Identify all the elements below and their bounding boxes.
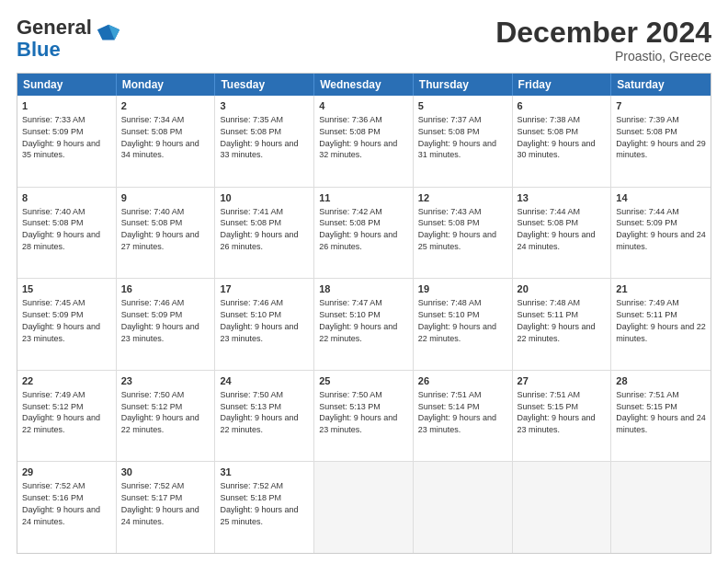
day-cell-21: 21Sunrise: 7:49 AMSunset: 5:11 PMDayligh… xyxy=(611,279,711,370)
logo: GeneralBlue xyxy=(17,17,121,61)
day-cell-31: 31Sunrise: 7:52 AMSunset: 5:18 PMDayligh… xyxy=(215,462,314,553)
day-info: Sunrise: 7:39 AMSunset: 5:08 PMDaylight:… xyxy=(616,115,706,159)
day-cell-27: 27Sunrise: 7:51 AMSunset: 5:15 PMDayligh… xyxy=(513,371,612,462)
day-info: Sunrise: 7:38 AMSunset: 5:08 PMDaylight:… xyxy=(518,115,596,159)
day-info: Sunrise: 7:34 AMSunset: 5:08 PMDaylight:… xyxy=(121,115,199,159)
day-number: 10 xyxy=(220,191,309,205)
day-number: 7 xyxy=(616,99,706,113)
day-cell-7: 7Sunrise: 7:39 AMSunset: 5:08 PMDaylight… xyxy=(611,96,711,187)
day-cell-29: 29Sunrise: 7:52 AMSunset: 5:16 PMDayligh… xyxy=(17,462,117,553)
day-number: 27 xyxy=(518,374,607,388)
calendar-body: 1Sunrise: 7:33 AMSunset: 5:09 PMDaylight… xyxy=(17,96,711,553)
day-info: Sunrise: 7:33 AMSunset: 5:09 PMDaylight:… xyxy=(22,115,100,159)
day-cell-19: 19Sunrise: 7:48 AMSunset: 5:10 PMDayligh… xyxy=(414,279,513,370)
day-number: 26 xyxy=(418,374,507,388)
day-info: Sunrise: 7:40 AMSunset: 5:08 PMDaylight:… xyxy=(121,207,199,251)
header-day-thursday: Thursday xyxy=(414,74,513,96)
day-number: 5 xyxy=(418,99,507,113)
day-cell-14: 14Sunrise: 7:44 AMSunset: 5:09 PMDayligh… xyxy=(611,188,711,279)
day-cell-15: 15Sunrise: 7:45 AMSunset: 5:09 PMDayligh… xyxy=(17,279,117,370)
day-number: 25 xyxy=(319,374,408,388)
day-number: 20 xyxy=(518,282,607,296)
day-cell-23: 23Sunrise: 7:50 AMSunset: 5:12 PMDayligh… xyxy=(117,371,216,462)
day-info: Sunrise: 7:50 AMSunset: 5:13 PMDaylight:… xyxy=(220,390,298,434)
day-info: Sunrise: 7:46 AMSunset: 5:10 PMDaylight:… xyxy=(220,298,298,342)
day-info: Sunrise: 7:52 AMSunset: 5:17 PMDaylight:… xyxy=(121,481,199,525)
day-cell-20: 20Sunrise: 7:48 AMSunset: 5:11 PMDayligh… xyxy=(513,279,612,370)
day-info: Sunrise: 7:41 AMSunset: 5:08 PMDaylight:… xyxy=(220,207,298,251)
day-number: 8 xyxy=(22,191,111,205)
day-info: Sunrise: 7:48 AMSunset: 5:11 PMDaylight:… xyxy=(518,298,596,342)
day-info: Sunrise: 7:46 AMSunset: 5:09 PMDaylight:… xyxy=(121,298,199,342)
day-cell-8: 8Sunrise: 7:40 AMSunset: 5:08 PMDaylight… xyxy=(17,188,117,279)
day-info: Sunrise: 7:36 AMSunset: 5:08 PMDaylight:… xyxy=(319,115,397,159)
calendar: SundayMondayTuesdayWednesdayThursdayFrid… xyxy=(17,73,711,554)
calendar-row-4: 22Sunrise: 7:49 AMSunset: 5:12 PMDayligh… xyxy=(17,371,711,463)
day-cell-1: 1Sunrise: 7:33 AMSunset: 5:09 PMDaylight… xyxy=(17,96,117,187)
day-number: 13 xyxy=(518,191,607,205)
day-number: 29 xyxy=(22,465,111,479)
header-day-friday: Friday xyxy=(513,74,612,96)
empty-cell xyxy=(414,462,513,553)
logo-text: GeneralBlue xyxy=(17,17,92,61)
day-number: 21 xyxy=(616,282,706,296)
title-area: December 2024 Proastio, Greece xyxy=(495,17,711,63)
header-day-saturday: Saturday xyxy=(611,74,711,96)
day-cell-18: 18Sunrise: 7:47 AMSunset: 5:10 PMDayligh… xyxy=(314,279,414,370)
day-cell-11: 11Sunrise: 7:42 AMSunset: 5:08 PMDayligh… xyxy=(314,188,414,279)
day-cell-24: 24Sunrise: 7:50 AMSunset: 5:13 PMDayligh… xyxy=(215,371,314,462)
day-cell-13: 13Sunrise: 7:44 AMSunset: 5:08 PMDayligh… xyxy=(513,188,612,279)
calendar-row-5: 29Sunrise: 7:52 AMSunset: 5:16 PMDayligh… xyxy=(17,462,711,553)
day-number: 4 xyxy=(319,99,408,113)
day-info: Sunrise: 7:51 AMSunset: 5:15 PMDaylight:… xyxy=(616,390,706,434)
day-number: 11 xyxy=(319,191,408,205)
day-cell-26: 26Sunrise: 7:51 AMSunset: 5:14 PMDayligh… xyxy=(414,371,513,462)
month-title: December 2024 xyxy=(495,17,711,49)
day-info: Sunrise: 7:35 AMSunset: 5:08 PMDaylight:… xyxy=(220,115,298,159)
day-info: Sunrise: 7:44 AMSunset: 5:09 PMDaylight:… xyxy=(616,207,706,251)
day-info: Sunrise: 7:49 AMSunset: 5:12 PMDaylight:… xyxy=(22,390,100,434)
day-info: Sunrise: 7:48 AMSunset: 5:10 PMDaylight:… xyxy=(418,298,496,342)
day-info: Sunrise: 7:45 AMSunset: 5:09 PMDaylight:… xyxy=(22,298,100,342)
calendar-row-1: 1Sunrise: 7:33 AMSunset: 5:09 PMDaylight… xyxy=(17,96,711,188)
day-number: 24 xyxy=(220,374,309,388)
day-cell-6: 6Sunrise: 7:38 AMSunset: 5:08 PMDaylight… xyxy=(513,96,612,187)
day-number: 9 xyxy=(121,191,210,205)
header-day-monday: Monday xyxy=(117,74,216,96)
day-number: 19 xyxy=(418,282,507,296)
day-cell-12: 12Sunrise: 7:43 AMSunset: 5:08 PMDayligh… xyxy=(414,188,513,279)
day-cell-16: 16Sunrise: 7:46 AMSunset: 5:09 PMDayligh… xyxy=(117,279,216,370)
day-number: 30 xyxy=(121,465,210,479)
day-info: Sunrise: 7:50 AMSunset: 5:13 PMDaylight:… xyxy=(319,390,397,434)
empty-cell xyxy=(314,462,414,553)
day-cell-3: 3Sunrise: 7:35 AMSunset: 5:08 PMDaylight… xyxy=(215,96,314,187)
day-number: 12 xyxy=(418,191,507,205)
day-cell-9: 9Sunrise: 7:40 AMSunset: 5:08 PMDaylight… xyxy=(117,188,216,279)
day-number: 23 xyxy=(121,374,210,388)
day-info: Sunrise: 7:50 AMSunset: 5:12 PMDaylight:… xyxy=(121,390,199,434)
logo-icon xyxy=(96,21,121,47)
day-cell-30: 30Sunrise: 7:52 AMSunset: 5:17 PMDayligh… xyxy=(117,462,216,553)
day-info: Sunrise: 7:51 AMSunset: 5:14 PMDaylight:… xyxy=(418,390,496,434)
day-number: 17 xyxy=(220,282,309,296)
day-number: 28 xyxy=(616,374,706,388)
day-info: Sunrise: 7:44 AMSunset: 5:08 PMDaylight:… xyxy=(518,207,596,251)
day-number: 3 xyxy=(220,99,309,113)
day-cell-5: 5Sunrise: 7:37 AMSunset: 5:08 PMDaylight… xyxy=(414,96,513,187)
calendar-header: SundayMondayTuesdayWednesdayThursdayFrid… xyxy=(17,74,711,96)
location: Proastio, Greece xyxy=(495,49,711,63)
page: GeneralBlue December 2024 Proastio, Gree… xyxy=(0,0,728,563)
day-cell-22: 22Sunrise: 7:49 AMSunset: 5:12 PMDayligh… xyxy=(17,371,117,462)
day-info: Sunrise: 7:52 AMSunset: 5:18 PMDaylight:… xyxy=(220,481,298,525)
day-info: Sunrise: 7:43 AMSunset: 5:08 PMDaylight:… xyxy=(418,207,496,251)
header-day-tuesday: Tuesday xyxy=(215,74,314,96)
empty-cell xyxy=(513,462,612,553)
day-number: 16 xyxy=(121,282,210,296)
day-cell-10: 10Sunrise: 7:41 AMSunset: 5:08 PMDayligh… xyxy=(215,188,314,279)
header: GeneralBlue December 2024 Proastio, Gree… xyxy=(17,17,711,63)
day-number: 31 xyxy=(220,465,309,479)
empty-cell xyxy=(611,462,711,553)
day-cell-25: 25Sunrise: 7:50 AMSunset: 5:13 PMDayligh… xyxy=(314,371,414,462)
header-day-wednesday: Wednesday xyxy=(314,74,414,96)
day-number: 22 xyxy=(22,374,111,388)
